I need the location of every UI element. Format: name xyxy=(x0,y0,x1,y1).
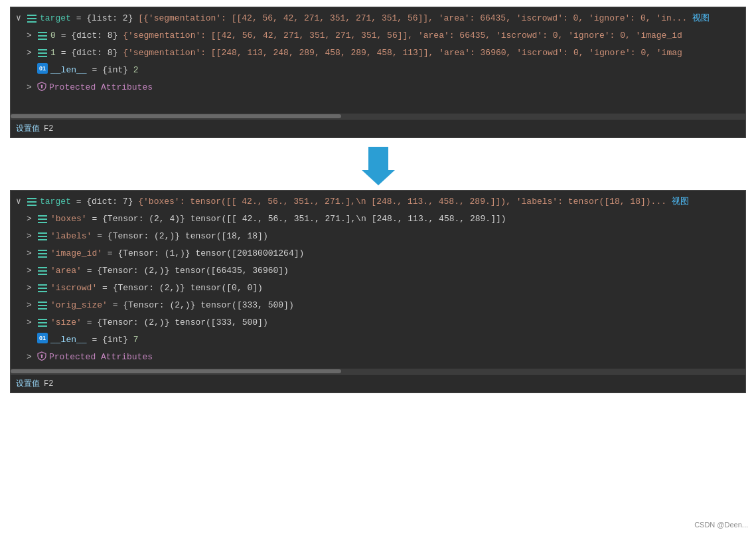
panel1-scrollbar[interactable] xyxy=(11,114,745,119)
svg-rect-35 xyxy=(38,325,47,327)
panel1-len-icon: 01 xyxy=(37,63,48,74)
svg-rect-17 xyxy=(38,222,47,223)
panel1-len-row: 01 __len__ = {int} 2 xyxy=(11,62,745,79)
panel2-iscrowd-icon xyxy=(37,283,48,294)
svg-rect-1 xyxy=(27,18,37,19)
panel1-protected-text: Protected Attributes xyxy=(49,80,740,95)
panel2-iscrowd-row[interactable]: 'iscrowd' = {Tensor: (2,)} tensor([0, 0]… xyxy=(11,280,745,297)
panel1-row0-arrow[interactable] xyxy=(27,29,37,43)
svg-rect-8 xyxy=(38,56,47,57)
panel2-labels-text: 'labels' = {Tensor: (2,)} tensor([18, 18… xyxy=(50,229,740,244)
panel2-area-text: 'area' = {Tensor: (2,)} tensor([66435, 3… xyxy=(50,264,740,278)
panel2-boxes-icon xyxy=(37,214,48,224)
panel2-area-icon xyxy=(37,266,48,276)
panel2-imageid-text: 'image_id' = {Tensor: (1,)} tensor([2018… xyxy=(50,246,740,261)
panel1-protected-icon xyxy=(37,82,46,91)
panel1-row-1[interactable]: 1 = {dict: 8} {'segmentation': [[248, 11… xyxy=(11,44,745,62)
panel2-area-row[interactable]: 'area' = {Tensor: (2,)} tensor([66435, 3… xyxy=(11,262,745,280)
panel2-boxes-row[interactable]: 'boxes' = {Tensor: (2, 4)} tensor([[ 42.… xyxy=(11,211,745,228)
panel1-row0-icon xyxy=(37,31,48,41)
panel1-row-0[interactable]: 0 = {dict: 8} {'segmentation': [[42, 56,… xyxy=(11,27,745,44)
panel2-area-arrow[interactable] xyxy=(27,264,37,278)
panel2-labels-row[interactable]: 'labels' = {Tensor: (2,)} tensor([18, 18… xyxy=(11,228,745,245)
panel1-protected-arrow[interactable] xyxy=(27,80,37,95)
panel2-boxes-arrow[interactable] xyxy=(27,212,37,226)
panel1-header-text: target = {list: 2} [{'segmentation': [[4… xyxy=(40,11,740,26)
panel2-expand-arrow[interactable] xyxy=(16,195,27,209)
panel2-status-bar: 设置值 F2 xyxy=(11,374,745,393)
down-arrow-container xyxy=(10,143,746,190)
panel2-origsize-arrow[interactable] xyxy=(27,298,37,313)
panel2-origsize-icon xyxy=(37,300,48,311)
svg-rect-25 xyxy=(38,270,47,272)
panel2-size-row[interactable]: 'size' = {Tensor: (2,)} tensor([333, 500… xyxy=(11,314,745,331)
panel2-size-text: 'size' = {Tensor: (2,)} tensor([333, 500… xyxy=(50,315,740,330)
svg-rect-27 xyxy=(38,284,47,286)
svg-rect-5 xyxy=(38,39,47,40)
svg-rect-10 xyxy=(41,86,42,88)
panel1-status-key[interactable]: F2 xyxy=(44,124,53,134)
panel2-header-row[interactable]: target = {dict: 7} {'boxes': tensor([[ 4… xyxy=(11,193,745,211)
svg-rect-14 xyxy=(27,205,37,206)
panel2-protected-icon xyxy=(37,351,46,361)
panel2-header-text: target = {dict: 7} {'boxes': tensor([[ 4… xyxy=(40,195,740,209)
panel2-boxes-text: 'boxes' = {Tensor: (2, 4)} tensor([[ 42.… xyxy=(50,212,740,226)
svg-rect-21 xyxy=(38,250,47,251)
svg-rect-16 xyxy=(38,219,47,220)
panel2-imageid-arrow[interactable] xyxy=(27,246,37,261)
panel1-header-row[interactable]: target = {list: 2} [{'segmentation': [[4… xyxy=(11,10,745,27)
svg-rect-15 xyxy=(38,215,47,217)
panel2-origsize-row[interactable]: 'orig_size' = {Tensor: (2,)} tensor([333… xyxy=(11,297,745,314)
svg-rect-2 xyxy=(27,21,37,23)
debugger-panel-1: target = {list: 2} [{'segmentation': [[4… xyxy=(10,7,746,138)
panel2-size-icon xyxy=(37,317,48,328)
svg-rect-23 xyxy=(38,256,47,258)
debug-content-2: target = {dict: 7} {'boxes': tensor([[ 4… xyxy=(11,191,745,369)
svg-rect-33 xyxy=(38,319,47,320)
debug-content-1: target = {list: 2} [{'segmentation': [[4… xyxy=(11,7,745,114)
panel2-imageid-row[interactable]: 'image_id' = {Tensor: (1,)} tensor([2018… xyxy=(11,245,745,262)
svg-rect-22 xyxy=(38,253,47,254)
panel2-len-text: __len__ = {int} 7 xyxy=(50,333,740,347)
panel1-scrollbar-thumb[interactable] xyxy=(11,114,341,118)
panel2-iscrowd-arrow[interactable] xyxy=(27,281,37,296)
svg-marker-11 xyxy=(362,147,395,185)
panel1-row1-text: 1 = {dict: 8} {'segmentation': [[248, 11… xyxy=(50,46,740,60)
svg-rect-31 xyxy=(38,305,47,306)
svg-rect-6 xyxy=(38,49,47,50)
panel2-protected-row[interactable]: Protected Attributes xyxy=(11,349,745,366)
panel2-labels-icon xyxy=(37,231,48,242)
down-arrow-svg xyxy=(362,147,395,187)
svg-rect-4 xyxy=(38,35,47,37)
svg-rect-18 xyxy=(38,232,47,234)
panel2-imageid-icon xyxy=(37,248,48,259)
panel2-len-icon: 01 xyxy=(37,333,48,343)
panel2-labels-arrow[interactable] xyxy=(27,229,37,244)
panel2-scrollbar-thumb[interactable] xyxy=(11,369,341,373)
panel1-row1-arrow[interactable] xyxy=(27,46,37,60)
footer-credit: CSDN @Deen... xyxy=(694,521,748,529)
svg-rect-7 xyxy=(38,52,47,54)
panel2-list-icon xyxy=(27,197,37,207)
svg-rect-19 xyxy=(38,236,47,237)
panel2-len-row: 01 __len__ = {int} 7 xyxy=(11,331,745,349)
panel1-protected-row[interactable]: Protected Attributes xyxy=(11,79,745,96)
svg-rect-32 xyxy=(38,308,47,310)
panel1-status-bar: 设置值 F2 xyxy=(11,119,745,137)
panel1-status-label: 设置值 xyxy=(16,123,40,134)
panel2-iscrowd-text: 'iscrowd' = {Tensor: (2,)} tensor([0, 0]… xyxy=(50,281,740,296)
panel2-size-arrow[interactable] xyxy=(27,315,37,330)
panel2-protected-arrow[interactable] xyxy=(27,350,37,365)
svg-rect-26 xyxy=(38,274,47,275)
panel2-origsize-text: 'orig_size' = {Tensor: (2,)} tensor([333… xyxy=(50,298,740,313)
svg-rect-12 xyxy=(27,198,37,199)
svg-rect-3 xyxy=(38,32,47,33)
svg-rect-20 xyxy=(38,239,47,240)
svg-rect-28 xyxy=(38,288,47,289)
svg-rect-13 xyxy=(27,201,37,203)
panel2-status-key[interactable]: F2 xyxy=(44,379,53,389)
panel2-scrollbar[interactable] xyxy=(11,369,745,374)
panel1-list-icon xyxy=(27,13,37,24)
panel1-expand-arrow[interactable] xyxy=(16,11,27,26)
svg-rect-34 xyxy=(38,322,47,323)
